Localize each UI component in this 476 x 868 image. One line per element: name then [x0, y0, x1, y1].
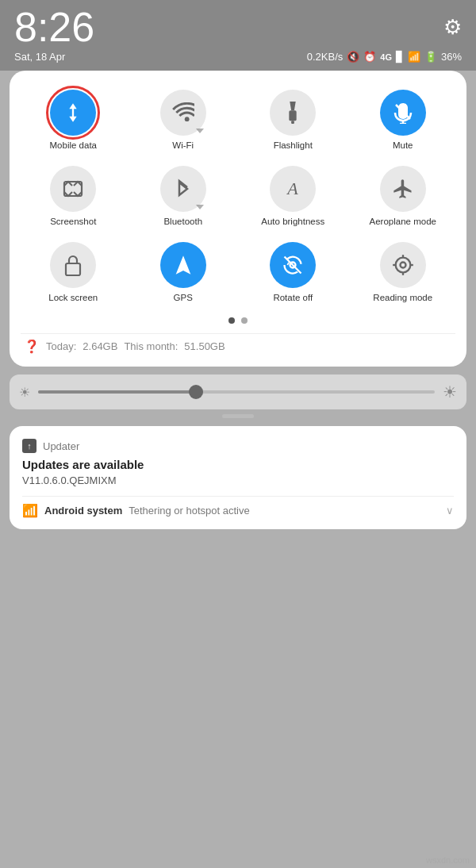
android-system-icon: 📶	[22, 503, 38, 518]
mobile-data-icon	[50, 90, 96, 136]
flashlight-label: Flashlight	[274, 140, 313, 152]
lock-screen-label: Lock screen	[48, 293, 98, 304]
mute-status-icon: 🔇	[347, 51, 359, 63]
status-bar-second-row: Sat, 18 Apr 0.2KB/s 🔇 ⏰ 4G ▊ 📶 🔋 36%	[0, 51, 476, 71]
data-usage-row: ❓ Today: 2.64GB This month: 51.50GB	[21, 333, 455, 355]
notification-card[interactable]: ↑ Updater Updates are available V11.0.6.…	[10, 426, 466, 529]
tile-grid: Mobile data Wi-Fi	[21, 85, 455, 308]
svg-point-10	[395, 257, 410, 272]
svg-rect-8	[66, 263, 80, 275]
tile-mobile-data[interactable]: Mobile data	[21, 85, 126, 156]
pagination-dot-2	[241, 317, 248, 324]
pagination-dot-1	[228, 317, 235, 324]
svg-point-0	[185, 117, 190, 121]
notif-title: Updates are available	[22, 458, 454, 471]
today-value: 2.64GB	[83, 340, 117, 352]
tile-rotate-off[interactable]: Rotate off	[240, 237, 346, 309]
brightness-track[interactable]	[38, 390, 435, 394]
aeroplane-label: Aeroplane mode	[370, 217, 436, 228]
auto-brightness-label: Auto brightness	[261, 217, 324, 228]
alarm-icon: ⏰	[363, 51, 376, 63]
settings-icon[interactable]: ⚙	[443, 15, 462, 40]
lock-screen-icon	[50, 242, 96, 288]
battery-percent: 36%	[441, 51, 462, 63]
mute-label: Mute	[393, 140, 413, 152]
pagination	[21, 317, 455, 324]
notif-header: ↑ Updater	[22, 439, 454, 453]
brightness-max-icon: ☀	[443, 382, 457, 401]
rotate-off-icon	[270, 242, 316, 288]
month-value: 51.50GB	[184, 340, 225, 352]
date-label: Sat, 18 Apr	[14, 51, 65, 63]
network-speed: 0.2KB/s	[307, 51, 344, 63]
tile-mute[interactable]: Mute	[351, 85, 456, 156]
wifi-label: Wi-Fi	[172, 140, 194, 152]
tile-aeroplane[interactable]: Aeroplane mode	[351, 161, 456, 232]
tile-wifi[interactable]: Wi-Fi	[131, 85, 236, 156]
brightness-fill	[38, 390, 197, 394]
tile-auto-brightness[interactable]: A Auto brightness	[240, 161, 346, 232]
updater-app-icon: ↑	[22, 439, 36, 453]
bluetooth-label: Bluetooth	[163, 217, 202, 228]
aeroplane-icon	[380, 166, 426, 212]
brightness-thumb[interactable]	[189, 385, 203, 399]
today-label: Today:	[46, 340, 76, 352]
clock: 8:26	[14, 6, 94, 48]
wifi-status-icon: 📶	[408, 51, 420, 63]
mobile-data-label: Mobile data	[50, 140, 97, 152]
svg-point-11	[400, 262, 405, 267]
flashlight-icon	[270, 90, 316, 136]
android-system-label: Android system	[44, 505, 122, 517]
rotate-off-label: Rotate off	[273, 293, 313, 304]
brightness-bar[interactable]: ☀ ☀	[10, 374, 466, 409]
screenshot-icon	[50, 166, 96, 212]
tile-reading-mode[interactable]: Reading mode	[351, 237, 456, 309]
svg-rect-1	[290, 110, 297, 121]
quick-settings-panel: Mobile data Wi-Fi	[10, 71, 466, 367]
chevron-down-icon[interactable]: ∨	[446, 505, 454, 517]
auto-brightness-icon: A	[270, 166, 316, 212]
tile-gps[interactable]: GPS	[131, 237, 236, 309]
tile-lock-screen[interactable]: Lock screen	[21, 237, 126, 309]
signal-icon: ▊	[396, 51, 404, 63]
notif-body: V11.0.6.0.QEJMIXM	[22, 474, 454, 486]
scroll-handle	[222, 414, 254, 418]
reading-mode-icon	[380, 242, 426, 288]
gps-icon	[160, 242, 206, 288]
updater-app-name: Updater	[43, 440, 79, 452]
status-bar: 8:26 ⚙	[0, 0, 476, 51]
svg-rect-2	[291, 121, 294, 124]
notif-divider	[22, 496, 454, 497]
bluetooth-icon	[160, 166, 206, 212]
reading-mode-label: Reading mode	[373, 293, 432, 304]
android-system-desc: Tethering or hotspot active	[129, 505, 249, 517]
mute-tile-icon	[380, 90, 426, 136]
battery-icon: 🔋	[424, 51, 437, 63]
gps-label: GPS	[174, 293, 193, 304]
wifi-tile-icon	[160, 90, 206, 136]
tile-flashlight[interactable]: Flashlight	[240, 85, 346, 156]
month-label: This month:	[124, 340, 178, 352]
svg-text:A: A	[286, 179, 299, 198]
watermark: wsxdn.com	[426, 855, 470, 865]
data-usage-icon: ❓	[24, 339, 40, 354]
brightness-min-icon: ☀	[19, 385, 30, 400]
tile-bluetooth[interactable]: Bluetooth	[131, 161, 236, 232]
4g-icon: 4G	[380, 52, 392, 62]
notif-footer: 📶 Android system Tethering or hotspot ac…	[22, 503, 454, 518]
status-icons: 0.2KB/s 🔇 ⏰ 4G ▊ 📶 🔋 36%	[307, 51, 462, 63]
tile-screenshot[interactable]: Screenshot	[21, 161, 126, 232]
screenshot-label: Screenshot	[50, 217, 96, 228]
